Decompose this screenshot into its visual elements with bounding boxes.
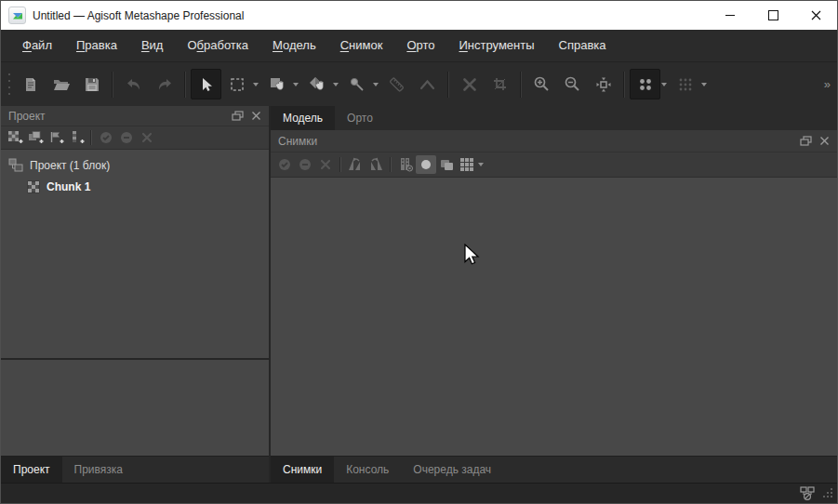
add-marker-button[interactable]: [46, 128, 66, 147]
title-bar: Untitled — Agisoft Metashape Professiona…: [1, 1, 837, 30]
toolbar-separator: [390, 157, 392, 172]
crop-button[interactable]: [485, 69, 515, 99]
toolbar-separator: [184, 72, 186, 98]
menu-help[interactable]: Справка: [547, 30, 619, 61]
tab-job-queue[interactable]: Очередь задач: [401, 457, 503, 483]
toolbar-overflow-button[interactable]: »: [824, 77, 830, 91]
workspace-icon: [8, 158, 23, 172]
main-toolbar: »: [1, 61, 837, 106]
tab-photos[interactable]: Снимки: [271, 457, 334, 483]
workspace-panel-title: Проект: [8, 110, 46, 123]
app-window: Untitled — Agisoft Metashape Professiona…: [0, 0, 838, 504]
window-controls: [709, 1, 837, 30]
add-photos-button[interactable]: [25, 128, 46, 147]
chevron-down-icon[interactable]: [253, 83, 259, 86]
window-title: Untitled — Agisoft Metashape Professiona…: [33, 9, 244, 22]
add-scalebar-button[interactable]: [66, 128, 86, 147]
menu-workflow[interactable]: Обработка: [175, 30, 260, 61]
undo-button[interactable]: [118, 69, 149, 99]
toolbar-separator: [520, 72, 522, 98]
chevron-down-icon[interactable]: [333, 83, 339, 86]
tree-item-chunk[interactable]: Chunk 1: [1, 176, 269, 197]
resize-grip-icon[interactable]: [822, 487, 834, 499]
tab-model[interactable]: Модель: [271, 106, 335, 130]
save-button[interactable]: [76, 69, 107, 99]
photos-toolbar: [271, 153, 837, 178]
navigation-pan-button[interactable]: [261, 69, 301, 99]
chevron-down-icon[interactable]: [373, 83, 379, 86]
menu-photo[interactable]: Снимок: [328, 30, 395, 61]
image-grid-view-button[interactable]: [670, 69, 710, 99]
draw-polyline-button[interactable]: [412, 69, 443, 99]
add-chunk-button[interactable]: [5, 128, 25, 147]
toolbar-separator: [339, 157, 341, 172]
filter-captures-button[interactable]: [395, 155, 416, 174]
toolbar-separator: [447, 72, 449, 98]
chevron-down-icon[interactable]: [701, 83, 707, 86]
rectangle-selection-button[interactable]: [221, 69, 261, 99]
chevron-down-icon[interactable]: [478, 163, 484, 166]
remove-button[interactable]: [315, 155, 336, 174]
menu-bar: Файл Правка Вид Обработка Модель Снимок …: [1, 30, 837, 61]
menu-tools[interactable]: Инструменты: [446, 30, 546, 61]
open-button[interactable]: [46, 69, 76, 99]
toolbar-grip[interactable]: [5, 71, 13, 99]
rotate-left-button[interactable]: [345, 155, 366, 174]
point-cloud-view-button[interactable]: [630, 69, 670, 99]
workspace-tabstrip: Проект Привязка: [1, 456, 269, 483]
tree-item-label: Chunk 1: [47, 180, 90, 193]
network-disabled-icon[interactable]: [799, 485, 817, 501]
toolbar-separator: [623, 72, 625, 98]
toolbar-separator: [90, 130, 92, 145]
close-button[interactable]: [794, 1, 837, 30]
tab-workspace[interactable]: Проект: [1, 457, 62, 483]
minimize-button[interactable]: [709, 1, 752, 30]
enable-button[interactable]: [96, 128, 116, 147]
rotate-right-button[interactable]: [366, 155, 386, 174]
menu-edit[interactable]: Правка: [64, 30, 129, 61]
menu-file[interactable]: Файл: [10, 30, 64, 61]
rotate-model-button[interactable]: [301, 69, 341, 99]
thumbnails-view-button[interactable]: [436, 155, 457, 174]
toolbar-separator: [112, 72, 113, 98]
workspace-panel: Проект: [1, 106, 269, 483]
ruler-button[interactable]: [381, 69, 412, 99]
tree-item-project[interactable]: Проект (1 блок): [1, 154, 269, 176]
photos-content: [271, 178, 837, 456]
main-area: Проект: [1, 106, 837, 483]
add-marker-button[interactable]: [341, 69, 381, 99]
photos-panel-header: Снимки: [271, 130, 837, 153]
redo-button[interactable]: [149, 69, 180, 99]
tab-ortho[interactable]: Орто: [335, 106, 385, 130]
tab-console[interactable]: Консоль: [334, 457, 401, 483]
details-view-button[interactable]: [416, 155, 436, 174]
float-panel-icon[interactable]: [232, 111, 244, 121]
zoom-in-button[interactable]: [526, 69, 557, 99]
maximize-button[interactable]: [752, 1, 794, 30]
tab-reference[interactable]: Привязка: [62, 457, 135, 483]
reset-view-button[interactable]: [588, 69, 619, 99]
workspace-toolbar: [1, 126, 269, 150]
float-panel-icon[interactable]: [800, 136, 812, 146]
remove-button[interactable]: [137, 128, 157, 147]
disable-button[interactable]: [116, 128, 137, 147]
menu-model[interactable]: Модель: [260, 30, 328, 61]
grid-view-button[interactable]: [457, 155, 477, 174]
disable-button[interactable]: [295, 155, 315, 174]
close-panel-icon[interactable]: [819, 136, 830, 146]
select-arrow-button[interactable]: [191, 69, 221, 99]
chevron-down-icon[interactable]: [293, 83, 299, 86]
delete-button[interactable]: [454, 69, 485, 99]
workspace-tree: Проект (1 блок) Chunk 1: [1, 150, 269, 358]
new-document-button[interactable]: [15, 69, 46, 99]
chevron-down-icon[interactable]: [661, 83, 667, 86]
menu-view[interactable]: Вид: [129, 30, 176, 61]
view-tabstrip: Модель Орто: [271, 106, 837, 130]
zoom-out-button[interactable]: [557, 69, 588, 99]
tree-item-label: Проект (1 блок): [30, 159, 110, 172]
status-bar: [1, 483, 837, 503]
close-panel-icon[interactable]: [251, 111, 261, 121]
photos-panel-title: Снимки: [278, 135, 317, 148]
enable-button[interactable]: [274, 155, 295, 174]
menu-ortho[interactable]: Орто: [394, 30, 446, 61]
